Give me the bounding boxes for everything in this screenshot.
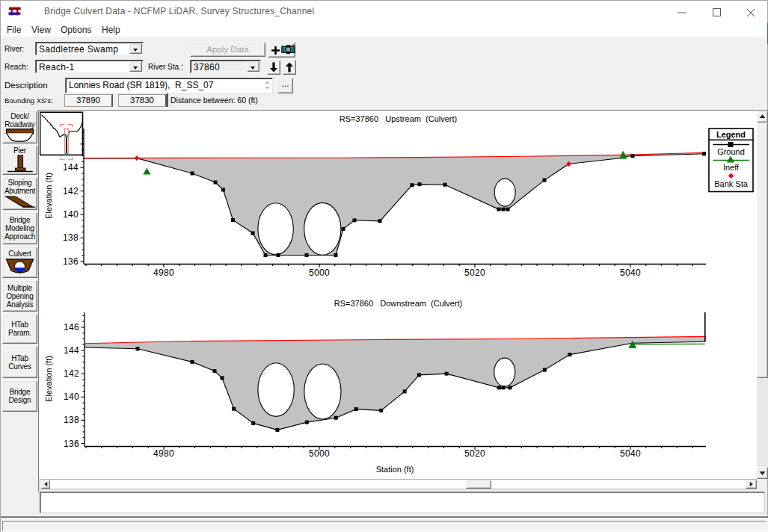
svg-text:5000: 5000 [309,448,330,459]
svg-text:144: 144 [64,345,79,356]
svg-text:138: 138 [64,415,79,425]
svg-text:136: 136 [63,256,79,267]
svg-text:RS=37860 Downstream (Culver: RS=37860 Downstream (Culvert) [334,299,462,308]
svg-text:Ground: Ground [717,147,745,156]
svg-text:140: 140 [63,209,79,220]
svg-text:142: 142 [64,368,79,379]
svg-text:142: 142 [63,186,79,197]
svg-text:RS=37860 Upstream (Culvert): RS=37860 Upstream (Culvert) [340,114,457,123]
svg-text:144: 144 [63,162,79,173]
svg-text:4980: 4980 [153,448,174,459]
svg-text:5040: 5040 [620,448,641,459]
svg-text:140: 140 [64,392,79,402]
svg-text:138: 138 [63,232,79,243]
svg-text:5000: 5000 [309,267,330,278]
svg-text:5020: 5020 [464,267,485,278]
svg-text:4980: 4980 [153,267,174,278]
svg-text:136: 136 [64,439,79,449]
svg-text:Bank Sta: Bank Sta [714,179,749,188]
svg-text:Ineff: Ineff [723,163,740,172]
svg-text:Elevation (ft): Elevation (ft) [44,173,53,219]
svg-text:Legend: Legend [716,130,746,139]
svg-text:5040: 5040 [620,267,641,278]
svg-text:5020: 5020 [464,448,485,459]
svg-text:Elevation (ft): Elevation (ft) [44,356,53,402]
svg-text:Station (ft): Station (ft) [376,465,414,474]
svg-text:146: 146 [64,322,79,332]
